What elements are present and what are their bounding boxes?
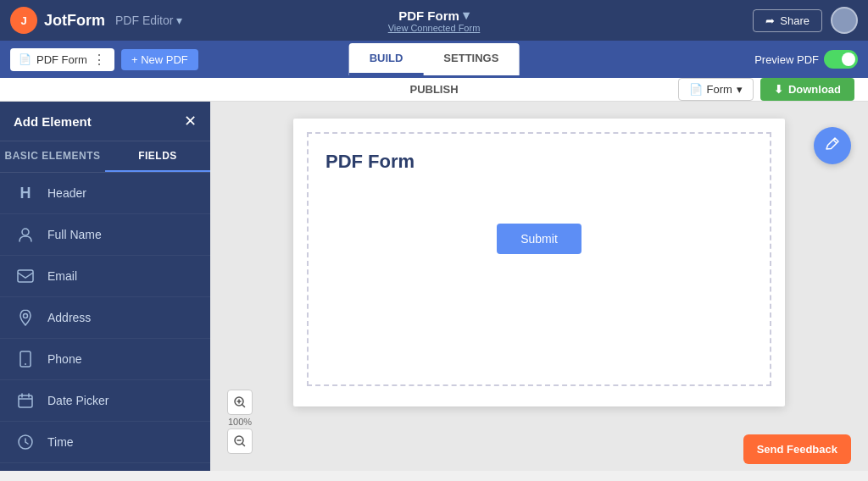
sidebar-title: Add Element xyxy=(14,114,92,129)
list-item-time[interactable]: Time xyxy=(0,422,210,463)
list-item-fullname[interactable]: Full Name xyxy=(0,214,210,256)
nav-center-title: PDF Form ▾ xyxy=(388,8,481,23)
right-toolbar: Preview PDF xyxy=(754,50,858,69)
floating-pencil-button[interactable] xyxy=(814,127,851,164)
sidebar-items: H Header Full Name xyxy=(0,173,210,471)
share-icon: ➦ xyxy=(765,14,775,27)
logo-area: J JotForm PDF Editor ▾ xyxy=(10,7,182,34)
zoom-in-button[interactable] xyxy=(227,390,253,415)
svg-point-2 xyxy=(22,229,29,235)
svg-point-5 xyxy=(25,363,26,365)
list-item-datepicker[interactable]: Date Picker xyxy=(0,380,210,422)
nav-center: PDF Form ▾ View Connected Form xyxy=(388,8,481,33)
tab-options-icon[interactable]: ⋮ xyxy=(92,52,106,68)
sidebar-tabs: BASIC ELEMENTS FIELDS xyxy=(0,141,210,173)
sidebar-tab-fields[interactable]: FIELDS xyxy=(105,141,210,172)
calendar-icon xyxy=(15,390,36,411)
pdf-editor-dropdown-icon[interactable]: ▾ xyxy=(176,14,182,27)
pdf-editor-label: PDF Editor ▾ xyxy=(115,14,182,27)
publish-tab-row: 📄 Form ▾ ⬇ Download PUBLISH xyxy=(0,78,868,102)
tab-build[interactable]: BUILD xyxy=(349,43,424,75)
pdf-form-title: PDF Form xyxy=(326,151,753,173)
send-feedback-button[interactable]: Send Feedback xyxy=(743,434,851,464)
pdf-inner: PDF Form Submit xyxy=(307,132,771,386)
form-button[interactable]: 📄 Form ▾ xyxy=(678,78,754,101)
svg-text:J: J xyxy=(20,14,26,27)
sidebar-header: Add Element ✕ xyxy=(0,102,210,141)
main-layout: Add Element ✕ BASIC ELEMENTS FIELDS H He… xyxy=(0,102,868,471)
title-dropdown-icon[interactable]: ▾ xyxy=(463,8,470,23)
share-button[interactable]: ➦ Share xyxy=(753,9,822,32)
list-item-submit[interactable]: Submit xyxy=(0,463,210,471)
sidebar-tab-basic[interactable]: BASIC ELEMENTS xyxy=(0,141,105,172)
submit-button-canvas[interactable]: Submit xyxy=(497,224,581,254)
svg-rect-3 xyxy=(18,270,33,282)
form-dropdown-icon: ▾ xyxy=(737,83,743,96)
preview-pdf-toggle[interactable] xyxy=(824,50,858,69)
zoom-controls: 100% xyxy=(227,390,253,454)
nav-right: ➦ Share xyxy=(753,7,858,34)
list-item-phone[interactable]: Phone xyxy=(0,339,210,380)
person-icon xyxy=(15,224,36,245)
time-icon xyxy=(15,432,36,452)
tab-settings[interactable]: SETTINGS xyxy=(423,43,519,75)
pdf-form-tab[interactable]: 📄 PDF Form ⋮ xyxy=(10,48,114,71)
tab-publish[interactable]: PUBLISH xyxy=(389,78,478,101)
avatar[interactable] xyxy=(831,7,858,34)
sidebar: Add Element ✕ BASIC ELEMENTS FIELDS H He… xyxy=(0,102,210,471)
pdf-canvas: PDF Form Submit xyxy=(293,119,785,406)
close-sidebar-button[interactable]: ✕ xyxy=(184,112,197,130)
top-nav: J JotForm PDF Editor ▾ PDF Form ▾ View C… xyxy=(0,0,868,41)
canvas-area: PDF Form Submit 100% xyxy=(210,102,868,471)
tabs-center: BUILD SETTINGS xyxy=(349,43,520,75)
view-connected-form-link[interactable]: View Connected Form xyxy=(388,23,481,33)
pdf-icon: 📄 xyxy=(19,53,31,65)
new-pdf-button[interactable]: + New PDF xyxy=(121,49,198,70)
svg-rect-6 xyxy=(19,395,32,407)
zoom-out-button[interactable] xyxy=(227,428,253,454)
svg-point-4 xyxy=(24,314,28,318)
preview-pdf-area: Preview PDF xyxy=(754,50,858,69)
phone-icon xyxy=(15,349,36,369)
email-icon xyxy=(15,266,36,286)
list-item-address[interactable]: Address xyxy=(0,297,210,339)
form-doc-icon: 📄 xyxy=(689,83,703,96)
zoom-level: 100% xyxy=(228,417,252,427)
jotform-logo-icon: J xyxy=(10,7,37,34)
list-item-header[interactable]: H Header xyxy=(0,173,210,214)
download-button[interactable]: ⬇ Download xyxy=(760,78,854,101)
list-item-email[interactable]: Email xyxy=(0,256,210,297)
header-icon: H xyxy=(15,183,36,203)
logo-text: JotForm xyxy=(44,12,105,30)
location-icon xyxy=(15,307,36,328)
download-icon: ⬇ xyxy=(774,83,783,96)
second-bar: 📄 PDF Form ⋮ + New PDF BUILD SETTINGS Pr… xyxy=(0,41,868,78)
